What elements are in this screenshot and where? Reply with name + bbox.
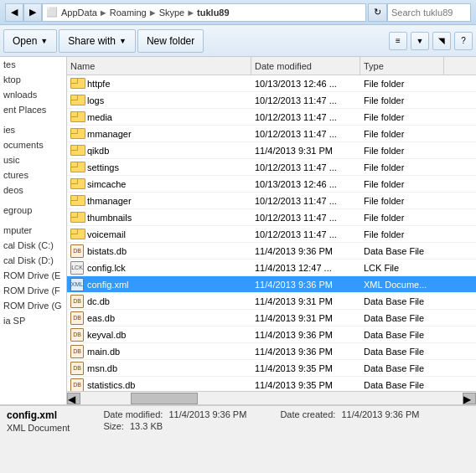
db-icon: DB [70,378,84,392]
sidebar-item-romdrive-g[interactable]: ROM Drive (G [0,298,66,313]
table-row[interactable]: voicemail 10/12/2013 11:47 ... File fold… [67,226,476,243]
table-row[interactable]: simcache 10/13/2013 12:46 ... File folde… [67,176,476,193]
file-name-label: eas.db [87,313,115,323]
back-button[interactable]: ◀ [5,3,23,22]
table-row[interactable]: DB eas.db 11/4/2013 9:31 PM Data Base Fi… [67,310,476,326]
view-pane-button[interactable]: ◥ [432,32,451,50]
status-file-section: config.xml XML Document [7,409,70,433]
cell-type: Data Base File [360,296,444,306]
sidebar-item-0[interactable]: tes [0,57,66,72]
help-button[interactable]: ? [454,32,473,50]
folder-icon [70,162,84,172]
table-row[interactable]: settings 10/12/2013 11:47 ... File folde… [67,159,476,176]
cell-type: Data Base File [360,313,444,323]
cell-name: DB keyval.db [67,328,251,342]
sidebar-item-libraries[interactable]: ies [0,122,66,137]
cell-date: 10/13/2013 12:46 ... [251,179,360,189]
open-arrow-icon[interactable]: ▼ [40,37,48,45]
cell-type: LCK File [360,263,444,273]
status-size: Size: 13.3 KB [103,421,246,431]
cell-name: mmanager [67,128,251,139]
file-name-label: thumbnails [87,213,132,223]
file-list-container: Name Date modified Type httpfe 10/13/201… [67,57,476,404]
table-row[interactable]: thumbnails 10/12/2013 11:47 ... File fol… [67,209,476,226]
table-row[interactable]: DB main.db 11/4/2013 9:36 PM Data Base F… [67,343,476,360]
table-row[interactable]: XML config.xml 11/4/2013 9:36 PM XML Doc… [67,276,476,293]
share-label: Share with [68,35,116,47]
sidebar-item-c[interactable]: cal Disk (C:) [0,238,66,253]
cell-name: qikdb [67,145,251,156]
table-row[interactable]: qikdb 11/4/2013 9:31 PM File folder [67,142,476,159]
db-icon: DB [70,345,84,358]
search-input[interactable] [387,3,471,22]
path-roaming[interactable]: Roaming [110,8,147,18]
sidebar-item-homegroup[interactable]: egroup [0,203,66,218]
sidebar-item-romdrive-f[interactable]: ROM Drive (F [0,283,66,298]
view-options-button[interactable]: ≡ [389,32,407,50]
sidebar-item-documents[interactable]: ocuments [0,137,66,152]
sidebar-item-sp[interactable]: ia SP [0,313,66,328]
table-row[interactable]: LCK config.lck 11/4/2013 12:47 ... LCK F… [67,260,476,276]
table-row[interactable]: httpfe 10/13/2013 12:46 ... File folder [67,75,476,92]
cell-name: LCK config.lck [67,261,251,275]
table-row[interactable]: media 10/12/2013 11:47 ... File folder [67,109,476,126]
share-arrow-icon[interactable]: ▼ [119,37,127,45]
table-row[interactable]: mmanager 10/12/2013 11:47 ... File folde… [67,126,476,142]
table-row[interactable]: DB msn.db 11/4/2013 9:35 PM Data Base Fi… [67,360,476,377]
cell-type: Data Base File [360,347,444,357]
cell-name: httpfe [67,78,251,89]
cell-date: 11/4/2013 12:47 ... [251,263,360,273]
cell-type: Data Base File [360,380,444,390]
sidebar-item-computer[interactable]: mputer [0,223,66,238]
hscroll-left-btn[interactable]: ◀ [67,393,80,404]
sidebar-item-romdrive-e[interactable]: ROM Drive (E [0,268,66,283]
cell-name: thumbnails [67,212,251,223]
sidebar-item-music[interactable]: usic [0,152,66,167]
path-skype[interactable]: Skype [159,8,185,18]
hscroll-right-btn[interactable]: ▶ [463,393,476,404]
address-bar[interactable]: ⬜ AppData ► Roaming ► Skype ► tuklu89 [42,3,366,22]
table-row[interactable]: thmanager 10/12/2013 11:47 ... File fold… [67,193,476,209]
sidebar-item-desktop[interactable]: ktop [0,72,66,87]
cell-name: DB main.db [67,345,251,358]
folder-icon [70,95,84,105]
sidebar-item-d[interactable]: cal Disk (D:) [0,253,66,268]
cell-name: DB bistats.db [67,244,251,258]
path-current[interactable]: tuklu89 [197,8,230,18]
table-row[interactable]: DB dc.db 11/4/2013 9:31 PM Data Base Fil… [67,293,476,310]
sidebar-item-pictures[interactable]: ctures [0,167,66,183]
cell-name: DB msn.db [67,362,251,375]
table-row[interactable]: logs 10/12/2013 11:47 ... File folder [67,92,476,109]
open-button[interactable]: Open ▼ [3,29,57,53]
share-button[interactable]: Share with ▼ [59,29,136,53]
cell-name: DB statistics.db [67,378,251,392]
horizontal-scrollbar[interactable]: ◀ ▶ [67,391,476,404]
forward-button[interactable]: ▶ [23,3,42,22]
table-row[interactable]: DB keyval.db 11/4/2013 9:36 PM Data Base… [67,326,476,343]
refresh-button[interactable]: ↻ [368,3,387,22]
cell-date: 10/12/2013 11:47 ... [251,229,360,239]
folder-icon [70,145,84,156]
path-appdata[interactable]: AppData [61,8,97,18]
cell-date: 11/4/2013 9:35 PM [251,363,360,373]
sidebar-item-downloads[interactable]: wnloads [0,87,66,102]
col-header-name[interactable]: Name [67,57,251,75]
col-header-type[interactable]: Type [360,57,444,75]
view-arrow-button[interactable]: ▼ [411,32,429,50]
file-name-label: qikdb [87,146,109,156]
sidebar-item-recent[interactable]: ent Places [0,102,66,117]
cell-type: File folder [360,146,444,156]
cell-date: 10/12/2013 11:47 ... [251,213,360,223]
table-row[interactable]: DB statistics.db 11/4/2013 9:35 PM Data … [67,377,476,391]
col-header-date[interactable]: Date modified [251,57,360,75]
cell-type: File folder [360,129,444,139]
cell-name: DB eas.db [67,311,251,325]
file-name-label: settings [87,162,119,172]
sidebar-item-videos[interactable]: deos [0,183,66,198]
folder-icon [70,212,84,223]
hscroll-thumb[interactable] [131,393,198,404]
file-name-label: dc.db [87,296,110,306]
table-row[interactable]: DB bistats.db 11/4/2013 9:36 PM Data Bas… [67,243,476,260]
db-icon: DB [70,362,84,375]
new-folder-button[interactable]: New folder [137,29,204,53]
